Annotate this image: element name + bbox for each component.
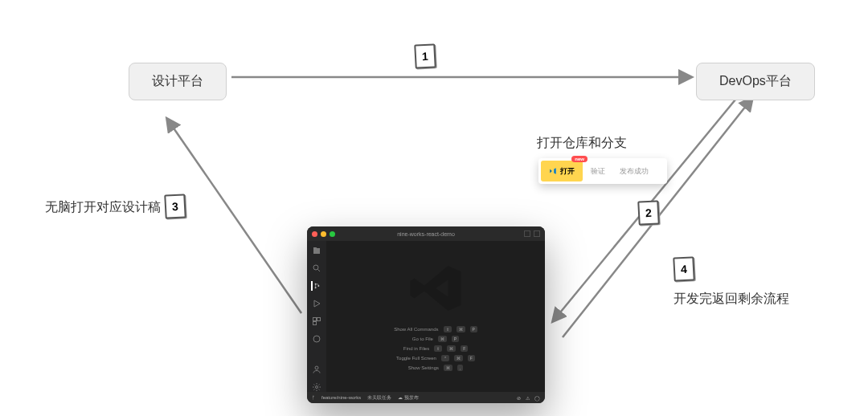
- svg-point-7: [315, 287, 317, 288]
- status-icon[interactable]: ⊘: [517, 395, 521, 401]
- vscode-titlebar: nine-works-react-demo: [307, 226, 545, 241]
- open-button[interactable]: 打开 new: [541, 161, 583, 181]
- explorer-icon[interactable]: [312, 246, 321, 255]
- extensions-icon[interactable]: [312, 316, 321, 326]
- svg-point-4: [313, 265, 318, 270]
- svg-rect-10: [313, 318, 317, 321]
- status-sync[interactable]: 未关联任务: [367, 394, 391, 402]
- debug-icon[interactable]: [312, 299, 321, 308]
- svg-line-2: [167, 119, 301, 313]
- svg-point-14: [315, 366, 318, 369]
- step-badge-3: 3: [164, 194, 186, 218]
- vscode-icon: [549, 167, 557, 175]
- vscode-statusbar: ᚠ feature/nine-works 未关联任务 ☁ 预发布 ⊘ ⚠ ◯: [307, 392, 545, 403]
- label-step3: 无脑打开对应设计稿: [45, 199, 161, 216]
- node-label: DevOps平台: [719, 74, 792, 88]
- svg-point-8: [317, 285, 319, 287]
- new-badge: new: [571, 156, 588, 162]
- remote-icon[interactable]: [312, 334, 321, 344]
- panel-icon[interactable]: [534, 230, 540, 237]
- publish-label[interactable]: 发布成功: [613, 166, 655, 177]
- scm-icon[interactable]: [311, 281, 321, 291]
- svg-line-5: [318, 270, 321, 272]
- account-icon[interactable]: [312, 365, 321, 374]
- cmd-goto-file: Go to File ⌘ P: [412, 336, 459, 342]
- layout-icon[interactable]: [524, 230, 530, 237]
- devops-action-toolbar: 打开 new 验证 发布成功: [538, 158, 667, 184]
- cmd-find-in-files: Find in Files ⇧ ⌘ F: [403, 345, 468, 352]
- svg-point-15: [316, 386, 318, 389]
- bell-icon[interactable]: ◯: [534, 395, 540, 401]
- vscode-title: nine-works-react-demo: [307, 231, 545, 237]
- svg-rect-11: [317, 318, 321, 321]
- open-label: 打开: [560, 166, 575, 177]
- step-badge-4: 4: [673, 256, 695, 281]
- svg-marker-9: [314, 300, 320, 307]
- vscode-editor: Show All Commands ⇧ ⌘ P Go to File ⌘ P F…: [326, 241, 545, 392]
- search-icon[interactable]: [312, 263, 321, 273]
- verify-label[interactable]: 验证: [584, 166, 612, 177]
- svg-point-6: [315, 283, 317, 285]
- cmd-show-settings: Show Settings ⌘ ,: [408, 365, 464, 371]
- node-devops-platform: DevOps平台: [696, 63, 815, 100]
- status-icon[interactable]: ⚠: [526, 395, 530, 401]
- step-badge-1: 1: [414, 43, 436, 68]
- node-label: 设计平台: [152, 74, 203, 88]
- svg-rect-12: [313, 322, 317, 325]
- label-step2: 打开仓库和分支: [537, 135, 627, 152]
- gear-icon[interactable]: [312, 382, 321, 392]
- svg-point-13: [313, 336, 320, 342]
- vscode-window: nine-works-react-demo Show All Commands …: [307, 226, 545, 403]
- branch-icon[interactable]: ᚠ: [312, 395, 315, 400]
- cmd-show-all: Show All Commands ⇧ ⌘ P: [394, 326, 477, 332]
- cmd-toggle-fullscreen: Toggle Full Screen ⌃ ⌘ F: [396, 355, 475, 361]
- activity-bar: [307, 241, 326, 392]
- status-env[interactable]: ☁ 预发布: [398, 394, 419, 402]
- vscode-watermark-icon: [407, 260, 464, 316]
- node-design-platform: 设计平台: [129, 63, 227, 100]
- label-step4: 开发完返回剩余流程: [674, 291, 789, 308]
- status-branch[interactable]: feature/nine-works: [321, 395, 361, 400]
- step-badge-2: 2: [637, 200, 660, 225]
